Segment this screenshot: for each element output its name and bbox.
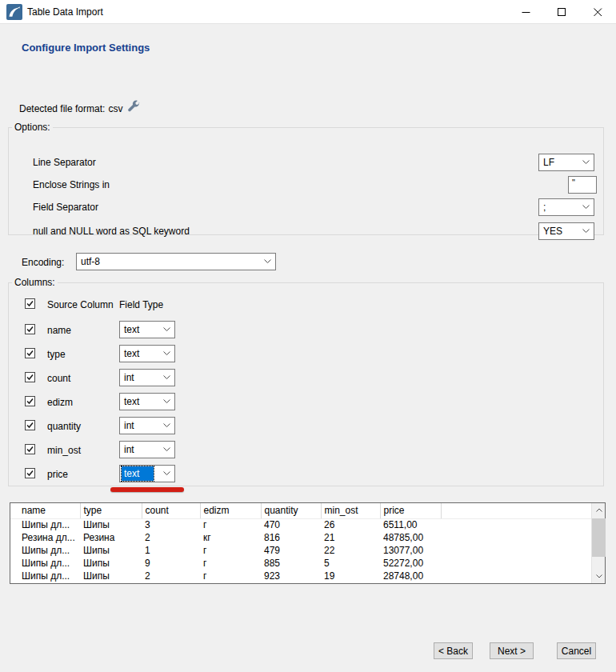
preview-header-filler [441,503,591,518]
line-separator-label: Line Separator [33,157,96,168]
wrench-icon[interactable] [126,99,141,116]
field-type-select-quantity[interactable]: int [119,417,175,434]
column-checkbox-min-ost[interactable] [25,444,35,454]
preview-grid[interactable]: name type count edizm quantity min_ost p… [10,503,591,582]
column-checkbox-edizm[interactable] [25,396,35,406]
field-type-value: int [120,372,163,383]
field-type-value: int [120,420,163,431]
column-checkbox-count[interactable] [25,372,35,382]
encoding-select[interactable]: utf-8 [76,253,276,270]
next-button[interactable]: Next > [490,642,534,659]
window-title: Table Data Import [27,0,103,24]
preview-cell: 9 [142,557,200,570]
scrollbar-thumb[interactable] [592,518,606,557]
enclose-strings-label: Enclose Strings in [33,179,110,190]
line-separator-select[interactable]: LF [538,154,594,171]
maximize-button[interactable] [544,0,580,24]
null-keyword-value: YES [539,226,582,237]
preview-cell: 19 [321,570,380,582]
column-checkbox-name[interactable] [25,324,35,334]
preview-cell: кг [200,531,261,544]
field-type-value: text [120,348,163,359]
field-type-select-type[interactable]: text [119,345,175,362]
field-type-select-min-ost[interactable]: int [119,441,175,458]
options-legend: Options: [12,122,53,133]
column-name-label: name [47,325,71,336]
field-type-select-price[interactable]: text [119,465,175,482]
chevron-down-icon [163,327,170,332]
preview-data-row[interactable]: Шипы дл... Шипы 3 г 470 26 6511,00 [10,518,591,531]
preview-cell: 48785,00 [380,531,441,544]
preview-header-cell[interactable]: min_ost [321,503,380,518]
preview-data-row[interactable]: Шипы дл... Шипы 1 г 479 22 13077,00 [10,544,591,557]
column-name-label: type [47,349,66,360]
back-button[interactable]: < Back [434,642,473,659]
preview-header-cell[interactable]: count [142,503,200,518]
cancel-button[interactable]: Cancel [557,642,596,659]
preview-cell: 479 [261,544,321,557]
preview-header-cell[interactable]: quantity [261,503,321,518]
preview-header-cell[interactable]: edizm [200,503,261,518]
preview-cell: 6511,00 [380,518,441,531]
enclose-strings-input[interactable]: " [568,176,597,194]
preview-cell: г [200,557,261,570]
field-type-select-edizm[interactable]: text [119,393,175,410]
table-data-import-dialog: Table Data Import Configure Import Setti… [0,0,616,672]
field-separator-value: ; [539,202,582,213]
chevron-down-icon [163,423,170,428]
chevron-down-icon [163,375,170,380]
chevron-down-icon [264,259,271,264]
field-type-value: text [120,396,163,407]
field-type-value: text [120,324,163,335]
scroll-down-icon[interactable] [592,570,606,583]
line-separator-value: LF [539,157,582,168]
preview-cell: Шипы [80,570,142,582]
encoding-label: Encoding: [22,257,64,268]
columns-group: Columns: Source Column Field Type name t… [8,277,604,486]
source-column-header: Source Column [47,299,114,310]
close-button[interactable] [580,0,616,24]
detected-format-label: Detected file format: [19,103,105,114]
column-name-label: min_ost [47,445,81,456]
red-annotation-underline [110,487,184,492]
column-checkbox-price[interactable] [25,468,35,478]
detected-file-format: Detected file format:csv [19,103,122,114]
field-type-select-count[interactable]: int [119,369,175,386]
preview-scrollbar[interactable] [591,503,605,583]
scroll-up-icon[interactable] [592,503,606,517]
preview-header-cell[interactable]: name [10,503,80,518]
column-name-label: count [47,373,70,384]
preview-cell: 1 [142,544,200,557]
preview-cell: 21 [321,531,380,544]
preview-data-row[interactable]: Шипы дл... Шипы 2 г 923 19 28748,00 [10,570,591,582]
select-all-columns-checkbox[interactable] [25,298,35,309]
preview-cell: Шипы [80,544,142,557]
field-type-value: int [120,444,163,455]
preview-cell: Резина [80,531,142,544]
column-checkbox-type[interactable] [25,348,35,358]
field-type-header: Field Type [119,299,163,310]
preview-cell: Шипы дл... [10,518,80,531]
field-separator-select[interactable]: ; [538,198,594,216]
preview-data-row[interactable]: Шипы дл... Шипы 9 г 885 5 52272,00 [10,557,591,570]
null-keyword-select[interactable]: YES [538,222,594,240]
encoding-value: utf-8 [77,256,264,267]
field-type-value-selected: text [122,466,154,481]
column-checkbox-quantity[interactable] [25,420,35,430]
chevron-down-icon [582,160,590,165]
preview-cell: 13077,00 [380,544,441,557]
preview-cell: 3 [142,518,200,531]
preview-header-cell[interactable]: type [80,503,142,518]
chevron-down-icon [163,447,170,452]
preview-cell: 2 [142,570,200,582]
window-controls [508,0,616,24]
preview-cell: г [200,518,261,531]
preview-cell: 470 [261,518,321,531]
columns-legend: Columns: [12,277,58,288]
preview-data-row[interactable]: Резина дл... Резина 2 кг 816 21 48785,00 [10,531,591,544]
minimize-button[interactable] [508,0,544,24]
preview-cell: Резина дл... [10,531,80,544]
preview-cell: Шипы дл... [10,570,80,582]
preview-header-cell[interactable]: price [380,503,441,518]
field-type-select-name[interactable]: text [119,321,175,338]
